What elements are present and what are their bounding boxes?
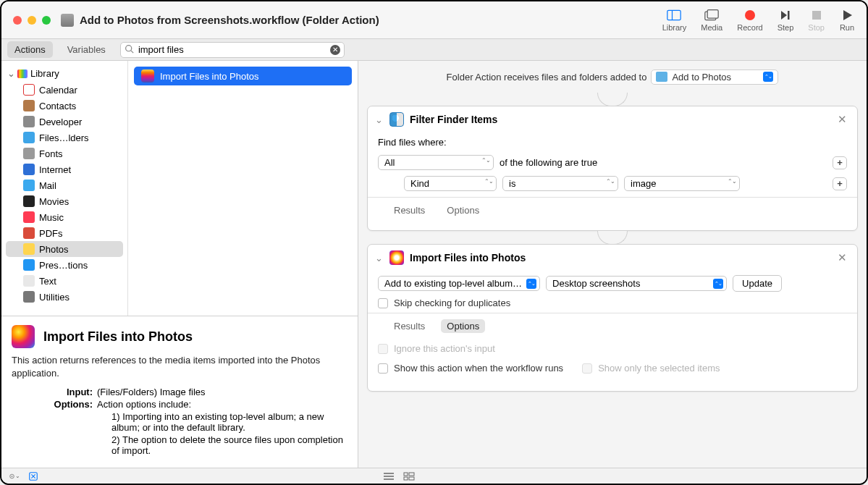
tab-actions[interactable]: Actions bbox=[7, 41, 53, 58]
library-tree[interactable]: ⌄ Library CalendarContactsDeveloperFiles… bbox=[1, 61, 128, 316]
finder-app-icon bbox=[389, 112, 404, 127]
info-title: Import Files into Photos bbox=[43, 329, 193, 345]
info-options-label: Options: bbox=[12, 399, 93, 410]
of-following-label: of the following are true bbox=[500, 157, 597, 168]
window-title: Add to Photos from Screenshots.workflow … bbox=[80, 14, 379, 26]
svg-marker-8 bbox=[843, 10, 852, 20]
search-input[interactable] bbox=[120, 42, 345, 58]
library-category-fonts[interactable]: Fonts bbox=[1, 146, 127, 161]
info-option-2: 2) The option to delete the source files… bbox=[97, 434, 347, 456]
toolbar-step-button[interactable]: Step bbox=[778, 9, 794, 32]
tab-results[interactable]: Results bbox=[388, 319, 431, 333]
gear-menu-button[interactable]: ⌄ bbox=[9, 471, 20, 482]
svg-rect-7 bbox=[812, 11, 821, 20]
folder-icon bbox=[656, 72, 667, 82]
library-category-utilities[interactable]: Utilities bbox=[1, 289, 127, 305]
svg-line-10 bbox=[131, 50, 133, 52]
find-files-label: Find files where: bbox=[378, 137, 847, 148]
toolbar-media-button[interactable]: Media bbox=[701, 9, 722, 32]
checkbox[interactable] bbox=[378, 298, 388, 308]
checkbox[interactable] bbox=[378, 363, 388, 374]
close-window-button[interactable] bbox=[13, 16, 22, 25]
workflow-column: Folder Action receives files and folders… bbox=[358, 61, 867, 468]
info-options-intro: Action options include: bbox=[97, 399, 347, 410]
library-category-calendar[interactable]: Calendar bbox=[1, 82, 127, 98]
library-category-developer[interactable]: Developer bbox=[1, 114, 127, 130]
update-button[interactable]: Update bbox=[733, 275, 782, 292]
add-condition-button[interactable]: + bbox=[833, 156, 847, 169]
document-icon bbox=[61, 14, 74, 27]
album-name-popup[interactable]: Desktop screenshots bbox=[546, 276, 727, 291]
action-result-import-files[interactable]: Import Files into Photos bbox=[134, 67, 352, 85]
info-option-1: 1) Importing into an existing top-level … bbox=[97, 411, 347, 433]
toolbar-library-button[interactable]: Library bbox=[662, 9, 687, 32]
library-category-photos[interactable]: Photos bbox=[6, 241, 123, 257]
main-area: ⌄ Library CalendarContactsDeveloperFiles… bbox=[1, 61, 867, 468]
disclosure-triangle-icon[interactable]: ⌄ bbox=[7, 68, 14, 79]
library-category-fileslders[interactable]: Files…lders bbox=[1, 130, 127, 146]
attribute-popup[interactable]: Kind bbox=[404, 176, 497, 191]
value-popup[interactable]: image bbox=[624, 176, 740, 191]
action-remove-button[interactable]: ✕ bbox=[835, 251, 850, 264]
library-category-text[interactable]: Text bbox=[1, 273, 127, 289]
library-category-mail[interactable]: Mail bbox=[1, 177, 127, 193]
category-label: Internet bbox=[39, 164, 71, 175]
info-input-label: Input: bbox=[12, 387, 93, 397]
svg-point-12 bbox=[12, 476, 13, 477]
library-split: ⌄ Library CalendarContactsDeveloperFiles… bbox=[1, 61, 358, 316]
library-category-pdfs[interactable]: PDFs bbox=[1, 225, 127, 241]
photos-app-icon bbox=[389, 250, 404, 265]
tab-results[interactable]: Results bbox=[388, 203, 431, 217]
photos-app-icon bbox=[12, 325, 35, 348]
tab-options[interactable]: Options bbox=[441, 319, 485, 333]
category-label: Calendar bbox=[39, 85, 77, 96]
toolbar: Library Media Record Step Stop bbox=[662, 9, 855, 32]
category-icon bbox=[23, 148, 35, 159]
actions-results-list[interactable]: Import Files into Photos bbox=[128, 61, 358, 316]
add-subcondition-button[interactable]: + bbox=[833, 177, 847, 190]
svg-marker-5 bbox=[781, 11, 787, 20]
category-label: Music bbox=[39, 212, 64, 223]
library-category-movies[interactable]: Movies bbox=[1, 193, 127, 209]
toolbar-record-button[interactable]: Record bbox=[737, 9, 762, 32]
variables-toggle-button[interactable] bbox=[28, 471, 39, 482]
library-category-prestions[interactable]: Pres…tions bbox=[1, 257, 127, 273]
clear-search-button[interactable]: ✕ bbox=[330, 45, 340, 55]
action-info-pane: Import Files into Photos This action ret… bbox=[1, 316, 358, 468]
receives-folder-popup[interactable]: Add to Photos bbox=[651, 69, 778, 85]
action-remove-button[interactable]: ✕ bbox=[835, 113, 850, 126]
grid-view-button[interactable] bbox=[403, 471, 415, 482]
list-view-button[interactable] bbox=[383, 471, 395, 482]
action-collapse-toggle[interactable]: ⌄ bbox=[375, 114, 384, 125]
library-category-contacts[interactable]: Contacts bbox=[1, 98, 127, 114]
action-import-files-into-photos: ⌄ Import Files into Photos ✕ Add to exis… bbox=[367, 244, 858, 392]
library-category-music[interactable]: Music bbox=[1, 209, 127, 225]
toolbar-run-button[interactable]: Run bbox=[839, 9, 855, 32]
show-when-runs-checkbox-row[interactable]: Show this action when the workflow runs bbox=[378, 363, 563, 374]
category-icon bbox=[23, 259, 35, 271]
receives-label: Folder Action receives files and folders… bbox=[447, 72, 647, 83]
comparison-popup[interactable]: is bbox=[502, 176, 618, 191]
minimize-window-button[interactable] bbox=[28, 16, 36, 25]
tab-variables[interactable]: Variables bbox=[60, 41, 113, 58]
action-collapse-toggle[interactable]: ⌄ bbox=[375, 253, 384, 263]
photos-app-icon bbox=[141, 69, 154, 83]
library-category-internet[interactable]: Internet bbox=[1, 161, 127, 177]
category-label: Contacts bbox=[39, 101, 76, 111]
stop-icon bbox=[809, 9, 825, 22]
library-root[interactable]: ⌄ Library bbox=[1, 65, 127, 82]
svg-rect-0 bbox=[667, 10, 681, 20]
folder-action-receives-bar: Folder Action receives files and folders… bbox=[358, 61, 867, 93]
category-icon bbox=[23, 195, 35, 207]
info-description: This action returns references to the me… bbox=[12, 354, 347, 379]
album-mode-popup[interactable]: Add to existing top-level album… bbox=[378, 276, 540, 291]
match-popup[interactable]: All bbox=[378, 155, 494, 170]
category-label: PDFs bbox=[39, 228, 63, 239]
popup-arrows-icon bbox=[526, 279, 536, 289]
skip-duplicates-checkbox-row[interactable]: Skip checking for duplicates bbox=[378, 298, 847, 308]
maximize-window-button[interactable] bbox=[42, 16, 51, 25]
play-icon bbox=[839, 9, 855, 22]
svg-rect-6 bbox=[788, 11, 790, 20]
tab-options[interactable]: Options bbox=[441, 203, 485, 217]
category-icon bbox=[23, 275, 35, 287]
